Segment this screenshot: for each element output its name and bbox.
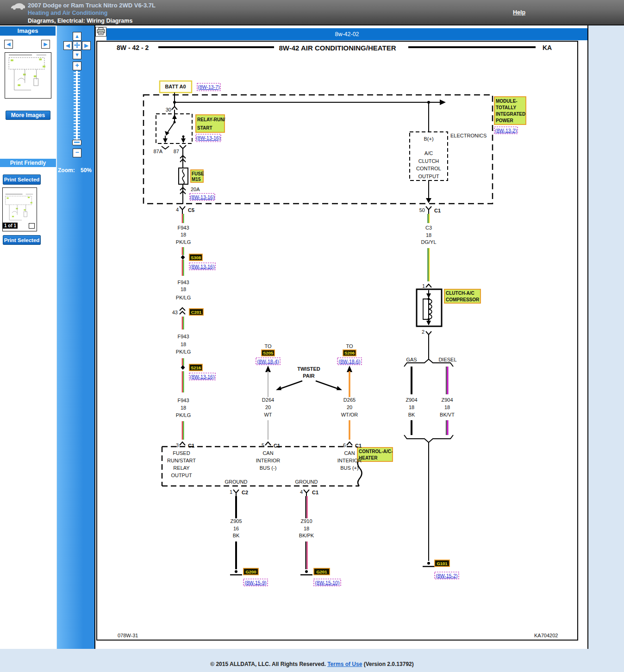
ref-link-8w-13-16[interactable]: (8W-13-16) — [196, 135, 221, 141]
ground-symbol — [235, 570, 237, 573]
copyright-text: © 2015 ALLDATA, LLC. All Rights Reserved… — [210, 661, 326, 667]
ref-link-8w-15-9[interactable]: (8W-15-9) — [244, 580, 266, 585]
pan-center-button[interactable] — [73, 41, 81, 50]
tipm-label: MODULE- — [496, 99, 518, 104]
arrowhead — [426, 293, 431, 298]
next-image-button[interactable]: ▶ — [41, 40, 50, 49]
zoom-slider-handle[interactable] — [72, 140, 81, 145]
branch-merge-brace — [404, 435, 453, 442]
alldata-app: 2007 Dodge or Ram Truck Nitro 2WD V6-3.7… — [0, 0, 624, 672]
wire-name: Z905 — [230, 518, 242, 524]
wire-name: F943 — [177, 398, 189, 403]
wire-c3 — [428, 214, 430, 281]
pin-number: 4 — [300, 489, 303, 495]
wiring-diagram: 8W - 42 - 2 8W-42 AIR CONDITIONING/HEATE… — [97, 42, 577, 640]
splice-dot — [181, 365, 185, 370]
tipm-label: POWER — [496, 118, 514, 123]
wire-name: Z910 — [300, 518, 312, 524]
arrowhead-up — [265, 366, 271, 372]
sheet-id-right: KA704202 — [534, 633, 558, 638]
terminal-30: 30 — [166, 107, 171, 112]
wire-color: PK/LG — [176, 412, 191, 418]
twisted-pair-label: PAIR — [303, 373, 315, 379]
terminal-30-connector — [172, 106, 177, 110]
ref-link-8w-13-16[interactable]: (8W-13-16) — [190, 374, 215, 380]
move-icon — [74, 42, 80, 48]
connector-name-c1: C1 — [274, 443, 280, 448]
zoom-in-button[interactable]: + — [73, 62, 81, 70]
print-friendly-button[interactable]: Print Friendly — [0, 159, 56, 167]
pan-down-button[interactable]: ▼ — [73, 50, 81, 59]
hvac-pin-label: CAN — [344, 450, 355, 456]
output-label: OUTPUT — [418, 174, 439, 179]
pin-number: 2 — [422, 329, 424, 335]
pan-right-button[interactable]: ▶ — [82, 41, 91, 50]
ref-link-8w-18-4[interactable]: (8W-18-4) — [257, 359, 279, 364]
arrowhead — [181, 138, 186, 143]
wire-z904-diesel — [446, 367, 448, 394]
print-icon[interactable] — [95, 27, 106, 37]
hvac-label: CONTROL-A/C- — [359, 449, 393, 454]
wire-name: C3 — [425, 225, 432, 230]
zoom-value: 50% — [81, 167, 92, 174]
sheet-number: 8W - 42 - 2 — [117, 44, 149, 51]
pan-up-button[interactable]: ▲ — [73, 32, 81, 41]
wire-gauge: 18 — [181, 405, 186, 411]
wire-color: PK/LG — [176, 295, 191, 300]
output-label: A/C — [424, 150, 433, 156]
coil-turns — [429, 299, 432, 319]
bplus-label: B(+) — [424, 136, 433, 142]
ref-link-8w-13-16[interactable]: (8W-13-16) — [190, 194, 215, 200]
hvac-pin-label: GROUND — [225, 479, 248, 485]
coil-bracket — [423, 299, 429, 319]
hvac-pin-label: GROUND — [295, 479, 318, 485]
plus-icon: + — [75, 62, 79, 69]
ref-link-8w-13-2[interactable]: (8W-13-2) — [495, 128, 517, 133]
pan-left-button[interactable]: ◀ — [63, 41, 72, 50]
connector-c201 — [180, 311, 185, 314]
ref-link-8w-13-16[interactable]: (8W-13-16) — [190, 264, 215, 269]
prev-image-button[interactable]: ◀ — [4, 40, 13, 49]
wire-color: WT/OR — [341, 412, 358, 417]
connector-c5 — [180, 206, 185, 210]
wire-name: F943 — [177, 334, 189, 339]
terms-of-use-link[interactable]: Terms of Use — [327, 661, 362, 667]
compressor-label: COMPRESSOR — [446, 297, 480, 302]
ref-link-8w-15-10[interactable]: (8W-15-10) — [315, 580, 340, 585]
wire-color: PK/LG — [176, 349, 191, 355]
ref-link-8w-13-7[interactable]: (8W-13-7) — [198, 84, 219, 90]
car-icon — [11, 2, 25, 10]
diesel-label: DIESEL — [438, 357, 456, 362]
print-selected-button[interactable]: Print Selected — [3, 174, 41, 185]
wire-color: BK — [408, 412, 415, 417]
arrowhead — [440, 100, 446, 105]
junction-dot — [173, 101, 176, 104]
ref-link-8w-18-6[interactable]: (8W-18-6) — [338, 359, 360, 364]
connector-name-c1: C1 — [188, 443, 194, 448]
pin-number: 43 — [172, 310, 178, 315]
wire-gauge: 18 — [181, 286, 186, 292]
thumbnail-checkbox[interactable] — [29, 223, 35, 229]
arrowhead — [172, 114, 177, 119]
connector-pin2 — [426, 331, 431, 335]
pin-number: 1 — [230, 489, 232, 495]
ground-g200: G200 — [245, 569, 256, 574]
connector-pin4-c1 — [304, 490, 309, 493]
diagram-title-bar: 8w-42-02 — [106, 28, 587, 40]
more-images-button[interactable]: More Images — [6, 111, 50, 120]
arrow-right-icon: ▶ — [84, 43, 88, 48]
zoom-out-button[interactable]: − — [73, 149, 81, 157]
print-page-thumbnail[interactable]: 1 of 1 — [2, 187, 37, 231]
pin-number: 6 — [343, 442, 346, 448]
wire-name: F943 — [177, 225, 189, 230]
help-link[interactable]: Help — [513, 9, 525, 16]
wire-gauge: 20 — [265, 404, 271, 410]
diagram-thumbnail[interactable] — [5, 52, 51, 99]
compressor-label: CLUTCH-A/C — [446, 291, 474, 296]
ref-link-8w-15-2[interactable]: (8W-15-2) — [436, 573, 457, 579]
twisted-pair-pointer — [316, 381, 339, 389]
pin-number: 5 — [262, 442, 264, 448]
print-selected-button-2[interactable]: Print Selected — [3, 235, 41, 245]
connector-pin1-c2 — [233, 490, 239, 493]
vehicle-header: 2007 Dodge or Ram Truck Nitro 2WD V6-3.7… — [0, 0, 624, 25]
